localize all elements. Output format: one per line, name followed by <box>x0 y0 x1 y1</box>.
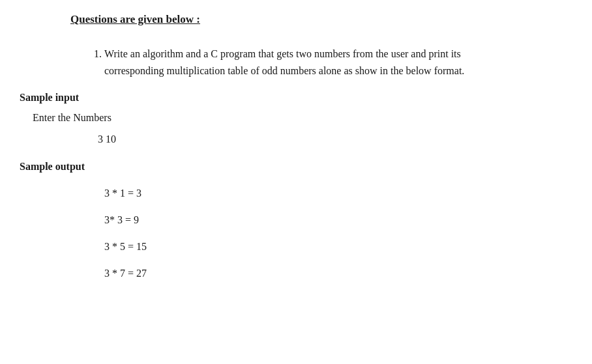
output-line-1: 3 * 1 = 3 <box>104 182 572 204</box>
question-list: Write an algorithm and a C program that … <box>104 46 572 79</box>
question-text-line1: Write an algorithm and a C program that … <box>104 48 461 59</box>
output-line-3: 3 * 5 = 15 <box>104 235 572 258</box>
question-text-line2: corresponding multiplication table of od… <box>104 65 464 76</box>
output-line-2: 3* 3 = 9 <box>104 208 572 231</box>
input-values: 3 10 <box>98 130 572 149</box>
sample-input-content: Enter the Numbers 3 10 <box>33 109 572 149</box>
section-heading: Questions are given below : <box>70 13 572 26</box>
question-block: Write an algorithm and a C program that … <box>20 46 572 79</box>
sample-output-content: 3 * 1 = 33* 3 = 93 * 5 = 153 * 7 = 27 <box>104 182 572 285</box>
output-line-4: 3 * 7 = 27 <box>104 262 572 285</box>
sample-output-label: Sample output <box>20 161 572 173</box>
page-container: Questions are given below : Write an alg… <box>20 13 572 285</box>
sample-input-label: Sample input <box>20 92 572 104</box>
question-item: Write an algorithm and a C program that … <box>104 46 572 79</box>
enter-numbers-prompt: Enter the Numbers <box>33 109 572 128</box>
